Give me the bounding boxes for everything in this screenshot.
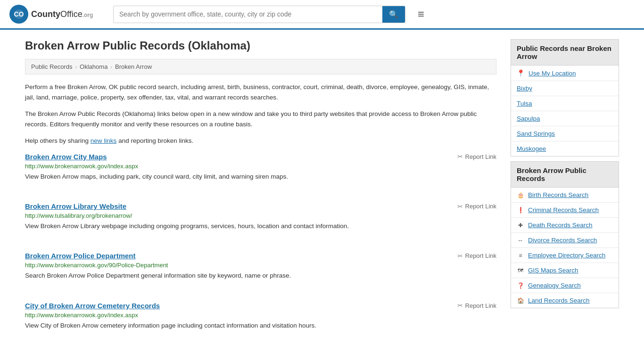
divorce-records-icon: ↔ [517, 237, 524, 244]
public-records-list: 🎂 Birth Records Search ❗ Criminal Record… [511, 188, 619, 308]
record-title-0[interactable]: Broken Arrow City Maps [25, 153, 107, 161]
record-url-3[interactable]: http://www.brokenarrowok.gov/index.aspx [25, 312, 496, 319]
use-my-location-item[interactable]: 📍 Use My Location [511, 66, 619, 81]
genealogy-icon: ❓ [517, 282, 524, 289]
hamburger-menu-icon[interactable]: ≡ [415, 5, 427, 24]
record-title-2[interactable]: Broken Arrow Police Department [25, 252, 136, 260]
sidebar-record-link-7[interactable]: Land Records Search [528, 297, 590, 304]
record-item-header: Broken Arrow Police Department ✂ Report … [25, 252, 496, 260]
sidebar-record-item[interactable]: ✚ Death Records Search [511, 218, 619, 233]
page-title: Broken Arrow Public Records (Oklahoma) [25, 39, 496, 52]
record-title-1[interactable]: Broken Arrow Library Website [25, 202, 126, 210]
report-link-label-1: Report Link [465, 203, 496, 210]
record-item: City of Broken Arrow Cemetery Records ✂ … [25, 302, 496, 340]
report-link-button-1[interactable]: ✂ Report Link [457, 203, 496, 210]
death-records-icon: ✚ [517, 222, 524, 229]
sidebar-record-item[interactable]: ❗ Criminal Records Search [511, 203, 619, 218]
record-item: Broken Arrow City Maps ✂ Report Link htt… [25, 153, 496, 191]
report-link-label-3: Report Link [465, 302, 496, 309]
breadcrumb-sep-1: › [75, 64, 77, 70]
gis-maps-icon: 🗺 [517, 267, 524, 274]
report-icon-1: ✂ [457, 203, 463, 210]
record-item-header: Broken Arrow City Maps ✂ Report Link [25, 153, 496, 161]
search-input[interactable] [114, 7, 382, 22]
search-button[interactable]: 🔍 [382, 6, 405, 23]
record-url-0[interactable]: http://www.brokenarrowok.gov/index.aspx [25, 163, 496, 170]
records-list: Broken Arrow City Maps ✂ Report Link htt… [25, 153, 496, 340]
record-item: Broken Arrow Police Department ✂ Report … [25, 252, 496, 290]
nearby-list: 📍 Use My Location Bixby Tulsa Sapulpa Sa… [511, 66, 619, 156]
employee-directory-icon: ≡ [517, 252, 524, 259]
sidebar: Public Records near Broken Arrow 📍 Use M… [511, 39, 619, 351]
report-link-button-0[interactable]: ✂ Report Link [457, 153, 496, 160]
public-records-section-title: Broken Arrow Public Records [511, 161, 619, 188]
record-title-3[interactable]: City of Broken Arrow Cemetery Records [25, 302, 160, 310]
nearby-tulsa[interactable]: Tulsa [511, 96, 619, 111]
record-desc-0: View Broken Arrow maps, including park, … [25, 172, 496, 181]
nearby-muskogee[interactable]: Muskogee [511, 141, 619, 156]
sidebar-record-item[interactable]: 🎂 Birth Records Search [511, 188, 619, 203]
record-url-2[interactable]: http://www.brokenarrowok.gov/90/Police-D… [25, 262, 496, 269]
sidebar-record-item[interactable]: ❓ Genealogy Search [511, 278, 619, 293]
record-desc-1: View Broken Arrow Library webpage includ… [25, 222, 496, 231]
criminal-records-icon: ❗ [517, 207, 524, 214]
birth-records-icon: 🎂 [517, 192, 524, 198]
sidebar-record-link-0[interactable]: Birth Records Search [528, 191, 588, 198]
public-records-section: Broken Arrow Public Records 🎂 Birth Reco… [511, 161, 619, 308]
logo-text: CountyOffice.org [31, 9, 93, 19]
record-url-1[interactable]: http://www.tulsalibrary.org/brokenarrow/ [25, 212, 496, 219]
location-pin-icon: 📍 [517, 69, 525, 77]
report-icon-3: ✂ [457, 302, 463, 309]
nearby-section: Public Records near Broken Arrow 📍 Use M… [511, 39, 619, 156]
new-links-link[interactable]: new links [91, 137, 117, 144]
intro-paragraph-2: The Broken Arrow Public Records (Oklahom… [25, 109, 496, 129]
record-item-header: Broken Arrow Library Website ✂ Report Li… [25, 202, 496, 210]
nearby-sand-springs-link[interactable]: Sand Springs [517, 130, 555, 137]
report-link-button-2[interactable]: ✂ Report Link [457, 252, 496, 260]
sidebar-record-item[interactable]: 🏠 Land Records Search [511, 293, 619, 308]
nearby-section-title: Public Records near Broken Arrow [511, 39, 619, 66]
search-bar[interactable]: 🔍 [113, 6, 405, 23]
nearby-sapulpa-link[interactable]: Sapulpa [517, 115, 540, 122]
breadcrumb-broken-arrow: Broken Arrow [115, 63, 152, 70]
nearby-sand-springs[interactable]: Sand Springs [511, 126, 619, 141]
record-item: Broken Arrow Library Website ✂ Report Li… [25, 202, 496, 240]
logo-icon: CO [9, 5, 28, 24]
report-link-button-3[interactable]: ✂ Report Link [457, 302, 496, 309]
site-header: CO CountyOffice.org 🔍 ≡ [0, 0, 644, 30]
sidebar-record-item[interactable]: ≡ Employee Directory Search [511, 248, 619, 263]
breadcrumb: Public Records › Oklahoma › Broken Arrow [25, 59, 496, 74]
sidebar-record-item[interactable]: ↔ Divorce Records Search [511, 233, 619, 248]
report-link-label-2: Report Link [465, 252, 496, 259]
use-my-location-link[interactable]: Use My Location [528, 70, 576, 77]
sidebar-record-link-6[interactable]: Genealogy Search [528, 282, 581, 289]
report-link-label-0: Report Link [465, 153, 496, 160]
report-icon-2: ✂ [457, 252, 463, 260]
nearby-sapulpa[interactable]: Sapulpa [511, 111, 619, 126]
sidebar-record-link-5[interactable]: GIS Maps Search [528, 267, 578, 274]
record-item-header: City of Broken Arrow Cemetery Records ✂ … [25, 302, 496, 310]
sidebar-record-item[interactable]: 🗺 GIS Maps Search [511, 263, 619, 278]
intro-3-end: and reporting broken links. [118, 137, 193, 144]
nearby-bixby-link[interactable]: Bixby [517, 85, 532, 92]
svg-text:CO: CO [14, 10, 24, 18]
breadcrumb-public-records[interactable]: Public Records [31, 63, 72, 70]
intro-paragraph-3: Help others by sharing new links and rep… [25, 136, 496, 146]
sidebar-record-link-2[interactable]: Death Records Search [528, 222, 593, 229]
report-icon-0: ✂ [457, 153, 463, 160]
nearby-muskogee-link[interactable]: Muskogee [517, 145, 546, 152]
nearby-bixby[interactable]: Bixby [511, 81, 619, 96]
record-desc-3: View City of Broken Arrow cemetery infor… [25, 321, 496, 330]
breadcrumb-oklahoma[interactable]: Oklahoma [80, 63, 107, 70]
sidebar-record-link-3[interactable]: Divorce Records Search [528, 237, 597, 244]
land-records-icon: 🏠 [517, 297, 524, 304]
nearby-tulsa-link[interactable]: Tulsa [517, 100, 532, 107]
sidebar-record-link-1[interactable]: Criminal Records Search [528, 206, 599, 214]
intro-3-text: Help others by sharing [25, 137, 89, 144]
record-desc-2: Search Broken Arrow Police Department ge… [25, 271, 496, 280]
sidebar-record-link-4[interactable]: Employee Directory Search [528, 252, 605, 259]
logo: CO CountyOffice.org [9, 5, 104, 24]
intro-paragraph-1: Perform a free Broken Arrow, OK public r… [25, 82, 496, 102]
main-content: Broken Arrow Public Records (Oklahoma) P… [25, 39, 496, 351]
breadcrumb-sep-2: › [110, 64, 112, 70]
